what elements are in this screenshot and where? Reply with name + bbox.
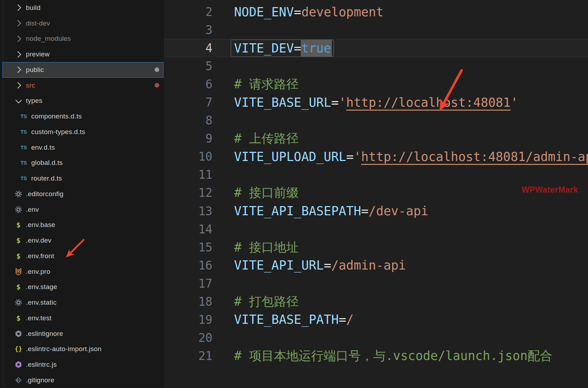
editor-line-18[interactable]: 18 # 打包路径 (164, 293, 588, 311)
file-icon-slot (14, 96, 23, 105)
token-link[interactable]: http://localhost:48081/admin-api (361, 150, 588, 164)
sidebar-item-.editorconfig[interactable]: .editorconfig (0, 186, 163, 202)
ts-icon: TS (21, 113, 27, 119)
dollar-icon: $ (16, 283, 21, 291)
file-icon-slot (14, 4, 23, 12)
sidebar-item-dist-dev[interactable]: dist-dev (0, 16, 163, 31)
line-number: 8 (164, 113, 212, 127)
watermark: WPWaterMark (522, 185, 578, 195)
editor-lines: 2 NODE_ENV=development 3 4 VITE_DEV=true… (164, 0, 588, 365)
editor-line-3[interactable]: 3 (164, 21, 588, 39)
line-number: 9 (164, 132, 212, 145)
ts-icon: TS (21, 160, 27, 166)
file-label: build (26, 4, 40, 12)
sidebar-item-node_modules[interactable]: node_modules (0, 31, 163, 47)
sidebar-item-env.d.ts[interactable]: TS env.d.ts (0, 140, 163, 155)
editor-line-17[interactable]: 17 (164, 275, 588, 293)
sidebar-item-.env.static[interactable]: .env.static (0, 295, 163, 310)
editor-line-4[interactable]: 4 VITE_DEV=true (164, 39, 588, 57)
line-number: 17 (164, 277, 212, 290)
sidebar-item-build[interactable]: build (0, 0, 163, 16)
ts-icon: TS (21, 129, 27, 135)
editor-line-20[interactable]: 20 (164, 329, 588, 347)
line-number: 14 (164, 222, 212, 236)
file-label: node_modules (26, 35, 71, 43)
line-number: 16 (164, 259, 212, 272)
line-code: # 项目本地运行端口号，与.vscode/launch.json配合 (234, 348, 553, 364)
sidebar-item-public[interactable]: public (0, 62, 163, 78)
editor-line-8[interactable]: 8 (164, 111, 588, 129)
editor-line-2[interactable]: 2 NODE_ENV=development (164, 3, 588, 21)
token-eq: = (294, 41, 301, 55)
token-comment: # 项目本地运行端口号，与.vscode/launch.json配合 (234, 349, 553, 363)
line-code: VITE_API_BASEPATH=/dev-api (234, 204, 428, 218)
sidebar-item-.env.dev[interactable]: $ .env.dev (0, 233, 163, 248)
line-number: 15 (164, 240, 212, 254)
sidebar-item-.env[interactable]: .env (0, 202, 163, 217)
token-key: VITE_DEV (234, 41, 294, 55)
sidebar-item-components.d.ts[interactable]: TS components.d.ts (0, 109, 163, 124)
sidebar-item-types[interactable]: types (0, 93, 163, 109)
ts-icon: TS (21, 145, 27, 150)
token-key: VITE_BASE_PATH (234, 312, 339, 327)
dollar-icon: $ (16, 314, 21, 322)
file-label: .eslintrc-auto-import.json (26, 345, 101, 353)
chevron-right-icon (15, 20, 21, 26)
sidebar-item-.eslintignore[interactable]: .eslintignore (0, 326, 163, 342)
editor-line-16[interactable]: 16 VITE_API_URL=/admin-api (164, 256, 588, 275)
editor-line-19[interactable]: 19 VITE_BASE_PATH=/ (164, 311, 588, 329)
file-label: preview (26, 50, 50, 58)
file-icon-slot (14, 267, 23, 276)
gear-icon (15, 299, 22, 306)
sidebar-item-.env.front[interactable]: $ .env.front (0, 248, 163, 264)
editor-line-10[interactable]: 10 VITE_UPLOAD_URL='http://localhost:480… (164, 148, 588, 166)
token-link[interactable]: http://localhost:48081 (346, 95, 511, 110)
code-editor[interactable]: 2 NODE_ENV=development 3 4 VITE_DEV=true… (164, 0, 588, 388)
sidebar-item-.env.test[interactable]: $ .env.test (0, 310, 163, 326)
file-icon-slot: TS (20, 174, 28, 183)
line-number: 2 (164, 5, 212, 19)
editor-line-5[interactable]: 5 (164, 57, 588, 75)
editor-line-6[interactable]: 6 # 请求路径 (164, 75, 588, 93)
sidebar-item-.env.base[interactable]: $ .env.base (0, 217, 163, 233)
line-code: # 接口前缀 (234, 184, 299, 201)
editor-line-7[interactable]: 7 VITE_BASE_URL='http://localhost:48081' (164, 93, 588, 111)
sidebar-item-custom-types.d.ts[interactable]: TS custom-types.d.ts (0, 124, 163, 140)
sidebar-item-.eslintrc.js[interactable]: .eslintrc.js (0, 357, 163, 372)
line-number: 19 (164, 313, 212, 327)
sidebar-item-preview[interactable]: preview (0, 46, 163, 62)
file-icon-slot: TS (20, 143, 28, 152)
editor-line-21[interactable]: 21 # 项目本地运行端口号，与.vscode/launch.json配合 (164, 347, 588, 365)
sidebar-item-src[interactable]: src (0, 78, 163, 93)
token-key: VITE_API_URL (234, 258, 324, 272)
token-key: VITE_BASE_URL (234, 95, 331, 110)
token-comment: # 接口前缀 (234, 185, 299, 200)
editor-line-13[interactable]: 13 VITE_API_BASEPATH=/dev-api (164, 202, 588, 220)
sidebar-item-.gitignore[interactable]: .gitignore (0, 372, 163, 388)
dollar-icon: $ (16, 252, 21, 260)
file-label: public (26, 66, 44, 74)
line-code: VITE_UPLOAD_URL='http://localhost:48081/… (234, 150, 588, 164)
editor-line-11[interactable]: 11 (164, 166, 588, 184)
editor-line-14[interactable]: 14 (164, 220, 588, 238)
eslint-purple-icon (15, 361, 22, 368)
line-number: 7 (164, 95, 212, 109)
editor-line-9[interactable]: 9 # 上传路径 (164, 129, 588, 148)
file-label: .editorconfig (26, 190, 63, 198)
sidebar-item-global.d.ts[interactable]: TS global.d.ts (0, 155, 163, 171)
file-icon-slot (14, 360, 23, 369)
file-icon-slot (14, 205, 23, 214)
line-number: 20 (164, 331, 212, 345)
file-label: .env (26, 206, 39, 214)
line-number: 18 (164, 295, 212, 309)
sidebar-item-router.d.ts[interactable]: TS router.d.ts (0, 171, 163, 186)
token-eq: = (339, 312, 346, 327)
editor-line-15[interactable]: 15 # 接口地址 (164, 238, 588, 256)
token-comment: # 上传路径 (234, 131, 299, 145)
sidebar-item-.env.pro[interactable]: .env.pro (0, 264, 163, 279)
sidebar-item-.env.stage[interactable]: $ .env.stage (0, 279, 163, 295)
token-value: /admin-api (331, 258, 406, 272)
dollar-icon: $ (16, 221, 21, 229)
file-label: .env.stage (26, 283, 57, 291)
sidebar-item-.eslintrc-auto-import.json[interactable]: {} .eslintrc-auto-import.json (0, 342, 163, 357)
